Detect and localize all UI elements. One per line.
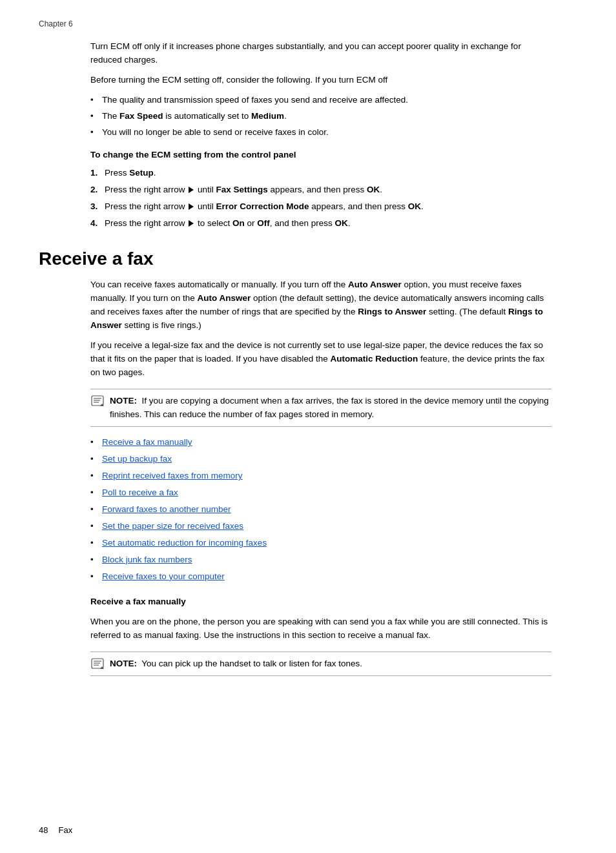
link-list: Receive a fax manually Set up backup fax… xyxy=(90,436,551,583)
link-item-5[interactable]: Forward faxes to another number xyxy=(90,503,551,517)
bold-on: On xyxy=(232,218,245,228)
link-item-4[interactable]: Poll to receive a fax xyxy=(90,486,551,500)
bold-fax-speed: Fax Speed xyxy=(119,111,163,121)
bold-setup: Setup xyxy=(129,168,154,178)
bold-auto-answer-2: Auto Answer xyxy=(198,293,251,303)
link-forward-faxes[interactable]: Forward faxes to another number xyxy=(102,504,231,514)
link-item-3[interactable]: Reprint received faxes from memory xyxy=(90,469,551,483)
page: Chapter 6 Turn ECM off only if it increa… xyxy=(0,0,616,853)
bullet-item-1: The quality and transmission speed of fa… xyxy=(90,94,551,107)
bold-auto-answer-1: Auto Answer xyxy=(348,280,402,289)
step-4: 4. Press the right arrow to select On or… xyxy=(90,217,551,231)
note-label-2: NOTE: xyxy=(110,659,137,668)
link-paper-size[interactable]: Set the paper size for received faxes xyxy=(102,521,243,531)
bold-ok-2: OK xyxy=(367,185,380,194)
note-box-1: NOTE: If you are copying a document when… xyxy=(90,389,551,427)
step-num-1: 1. xyxy=(90,167,98,180)
link-backup-fax[interactable]: Set up backup fax xyxy=(102,454,172,464)
step-2: 2. Press the right arrow until Fax Setti… xyxy=(90,183,551,197)
chapter-label: Chapter 6 xyxy=(39,19,577,28)
link-poll-fax[interactable]: Poll to receive a fax xyxy=(102,488,178,497)
bold-off: Off xyxy=(257,218,270,228)
receive-fax-para2: If you receive a legal-size fax and the … xyxy=(90,339,551,380)
note-label-1: NOTE: xyxy=(110,396,137,406)
link-receive-manually[interactable]: Receive a fax manually xyxy=(102,437,192,447)
receive-fax-content: You can receive faxes automatically or m… xyxy=(90,278,551,584)
procedure-heading: To change the ECM setting from the contr… xyxy=(90,149,551,162)
note-text-2: NOTE: You can pick up the handset to tal… xyxy=(110,657,551,671)
bullet-list: The quality and transmission speed of fa… xyxy=(90,94,551,139)
note-svg-1 xyxy=(91,395,104,406)
link-auto-reduction[interactable]: Set automatic reduction for incoming fax… xyxy=(102,538,267,548)
link-item-8[interactable]: Block junk fax numbers xyxy=(90,553,551,567)
bullet-item-2: The Fax Speed is automatically set to Me… xyxy=(90,110,551,123)
step-num-3: 3. xyxy=(90,200,98,214)
arrow-right-icon-2 xyxy=(189,187,194,193)
step-num-2: 2. xyxy=(90,183,98,197)
note-text-1: NOTE: If you are copying a document when… xyxy=(110,395,551,422)
receive-fax-para1: You can receive faxes automatically or m… xyxy=(90,278,551,333)
link-block-junk[interactable]: Block junk fax numbers xyxy=(102,555,192,564)
receive-fax-section: Receive a fax You can receive faxes auto… xyxy=(39,249,577,584)
receive-fax-heading: Receive a fax xyxy=(39,249,577,269)
link-reprint-faxes[interactable]: Reprint received faxes from memory xyxy=(102,471,243,480)
bold-auto-reduction: Automatic Reduction xyxy=(331,354,418,364)
arrow-right-icon-3 xyxy=(189,203,194,210)
receive-fax-manually-heading: Receive a fax manually xyxy=(90,595,551,609)
note-box-2: NOTE: You can pick up the handset to tal… xyxy=(90,652,551,677)
step-1: 1. Press Setup. xyxy=(90,167,551,180)
bold-ok-4: OK xyxy=(334,218,347,228)
numbered-list: 1. Press Setup. 2. Press the right arrow… xyxy=(90,167,551,231)
footer-label: Fax xyxy=(58,825,72,835)
note-svg-2 xyxy=(91,658,104,669)
bold-fax-settings: Fax Settings xyxy=(216,185,268,194)
link-item-1[interactable]: Receive a fax manually xyxy=(90,436,551,449)
content-block: Turn ECM off only if it increases phone … xyxy=(90,40,551,231)
bold-ecm: Error Correction Mode xyxy=(216,201,309,211)
bullet-item-3: You will no longer be able to send or re… xyxy=(90,126,551,139)
receive-fax-manually-para1: When you are on the phone, the person yo… xyxy=(90,615,551,642)
note-icon-1 xyxy=(90,395,105,406)
intro-para2: Before turning the ECM setting off, cons… xyxy=(90,74,551,87)
footer: 48 Fax xyxy=(39,825,577,835)
link-item-9[interactable]: Receive faxes to your computer xyxy=(90,570,551,584)
link-item-7[interactable]: Set automatic reduction for incoming fax… xyxy=(90,537,551,550)
receive-fax-manually-content: Receive a fax manually When you are on t… xyxy=(90,595,551,677)
step-3: 3. Press the right arrow until Error Cor… xyxy=(90,200,551,214)
link-item-2[interactable]: Set up backup fax xyxy=(90,453,551,466)
bold-rings-to-answer-2: Rings to Answer xyxy=(90,307,543,330)
link-item-6[interactable]: Set the paper size for received faxes xyxy=(90,520,551,533)
bold-medium: Medium xyxy=(251,111,284,121)
arrow-right-icon-4 xyxy=(189,220,194,227)
bold-rings-to-answer-1: Rings to Answer xyxy=(358,307,426,316)
intro-para1: Turn ECM off only if it increases phone … xyxy=(90,40,551,67)
link-fax-computer[interactable]: Receive faxes to your computer xyxy=(102,571,225,581)
step-num-4: 4. xyxy=(90,217,98,231)
bold-ok-3: OK xyxy=(408,201,421,211)
note-icon-2 xyxy=(90,658,105,669)
footer-page-number: 48 xyxy=(39,825,48,835)
receive-fax-manually-section: Receive a fax manually When you are on t… xyxy=(39,595,577,677)
